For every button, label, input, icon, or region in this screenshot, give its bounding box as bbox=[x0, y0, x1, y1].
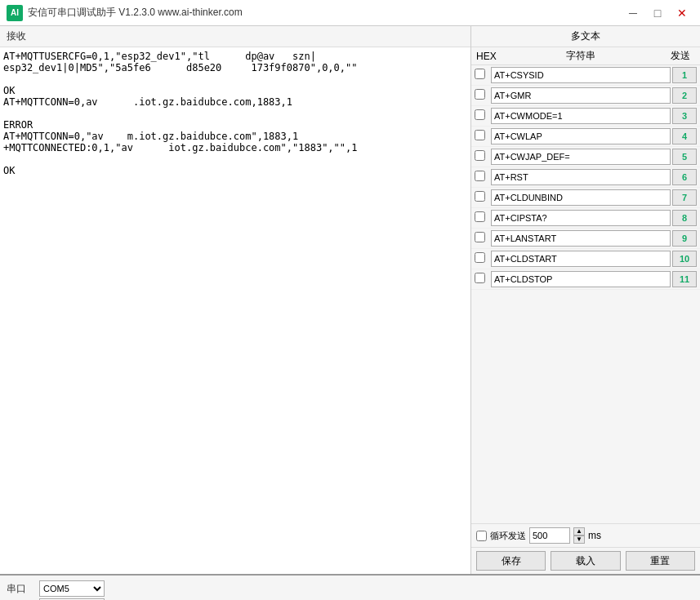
col-hex-header: HEX bbox=[476, 51, 496, 62]
title-bar: AI 安信可串口调试助手 V1.2.3.0 www.ai-thinker.com… bbox=[0, 0, 700, 26]
cmd-checkbox bbox=[475, 69, 491, 82]
cmd-checkbox bbox=[475, 130, 491, 143]
cmd-send-btn-10[interactable]: 10 bbox=[672, 251, 697, 267]
loop-row: 循环发送 ▲ ▼ ms bbox=[471, 523, 700, 547]
cmd-checkbox bbox=[475, 273, 491, 286]
receive-panel: 接收 AT+MQTTUSERCFG=0,1,"esp32_dev1","tl d… bbox=[0, 26, 471, 574]
command-row: 2 bbox=[471, 86, 700, 106]
cmd-send-btn-2[interactable]: 2 bbox=[672, 87, 697, 104]
cmd-checkbox bbox=[475, 252, 491, 265]
reset-button[interactable]: 重置 bbox=[626, 551, 695, 571]
command-row: 1 bbox=[471, 65, 700, 86]
command-row: 5 bbox=[471, 147, 700, 167]
cmd-input-9[interactable] bbox=[491, 230, 671, 247]
loop-label: 循环发送 bbox=[490, 530, 526, 542]
loop-value-input[interactable] bbox=[529, 527, 570, 544]
cmd-input-8[interactable] bbox=[491, 210, 671, 226]
cmd-send-btn-11[interactable]: 11 bbox=[672, 271, 697, 287]
cmd-input-11[interactable] bbox=[491, 271, 671, 287]
port-select[interactable]: COM5 bbox=[39, 580, 105, 597]
maximize-button[interactable]: □ bbox=[646, 4, 669, 22]
cmd-input-3[interactable] bbox=[491, 108, 671, 124]
cmd-send-btn-6[interactable]: 6 bbox=[672, 169, 697, 185]
cmd-checkbox bbox=[475, 89, 491, 102]
col-send-header: 发送 bbox=[666, 49, 695, 63]
load-button[interactable]: 载入 bbox=[551, 551, 620, 571]
cmd-send-btn-4[interactable]: 4 bbox=[672, 128, 697, 144]
cmd-check-6[interactable] bbox=[475, 171, 485, 181]
cmd-check-5[interactable] bbox=[475, 150, 485, 161]
command-row: 7 bbox=[471, 188, 700, 208]
cmd-input-2[interactable] bbox=[491, 87, 671, 104]
minimize-button[interactable]: ─ bbox=[622, 4, 644, 22]
receive-area[interactable]: AT+MQTTUSERCFG=0,1,"esp32_dev1","tl dp@a… bbox=[0, 47, 470, 574]
cmd-input-6[interactable] bbox=[491, 169, 671, 185]
command-row: 4 bbox=[471, 127, 700, 147]
main-content: 接收 AT+MQTTUSERCFG=0,1,"esp32_dev1","tl d… bbox=[0, 26, 700, 574]
multi-panel-header: 多文本 bbox=[471, 26, 700, 47]
ms-label: ms bbox=[588, 530, 601, 541]
cmd-send-btn-7[interactable]: 7 bbox=[672, 189, 697, 206]
cmd-check-10[interactable] bbox=[475, 252, 485, 263]
command-row: 8 bbox=[471, 208, 700, 229]
cmd-check-3[interactable] bbox=[475, 109, 485, 120]
loop-up-button[interactable]: ▲ bbox=[573, 527, 585, 536]
command-row: 11 bbox=[471, 269, 700, 290]
panel-buttons: 隐藏面板 显示历史 bbox=[437, 580, 502, 600]
receive-options: 接收时间 HEX显示 自动换行 下载模式 bbox=[255, 580, 359, 600]
cmd-input-4[interactable] bbox=[491, 128, 671, 144]
command-list: 1 2 3 4 5 6 7 bbox=[471, 65, 700, 523]
cmd-check-11[interactable] bbox=[475, 273, 485, 283]
cmd-send-btn-9[interactable]: 9 bbox=[672, 230, 697, 247]
right-panel-buttons: 保存 载入 重置 bbox=[471, 547, 700, 574]
cmd-checkbox bbox=[475, 109, 491, 122]
loop-down-button[interactable]: ▼ bbox=[573, 536, 585, 544]
command-row: 6 bbox=[471, 167, 700, 188]
cmd-send-btn-3[interactable]: 3 bbox=[672, 108, 697, 124]
multi-panel: 多文本 HEX 字符串 发送 1 2 3 4 bbox=[471, 26, 700, 574]
cmd-check-7[interactable] bbox=[475, 191, 485, 202]
cmd-send-btn-1[interactable]: 1 bbox=[672, 67, 697, 83]
cmd-checkbox bbox=[475, 171, 491, 184]
cmd-checkbox bbox=[475, 232, 491, 245]
app-title: 安信可串口调试助手 V1.2.3.0 www.ai-thinker.com bbox=[28, 6, 622, 20]
cmd-check-2[interactable] bbox=[475, 89, 485, 100]
cmd-input-7[interactable] bbox=[491, 189, 671, 206]
cmd-check-8[interactable] bbox=[475, 211, 485, 222]
receive-label: 接收 bbox=[0, 26, 470, 47]
mode-buttons: 运行模式 下载模式 bbox=[365, 580, 430, 600]
port-setting: 串口 COM5 bbox=[7, 580, 105, 597]
loop-checkbox[interactable] bbox=[476, 531, 487, 541]
close-button[interactable]: ✕ bbox=[671, 4, 693, 22]
window-controls: ─ □ ✕ bbox=[622, 4, 693, 22]
save-button[interactable]: 保存 bbox=[476, 551, 546, 571]
multi-panel-cols: HEX 字符串 发送 bbox=[471, 47, 700, 65]
cmd-check-1[interactable] bbox=[475, 69, 485, 79]
cmd-checkbox bbox=[475, 211, 491, 224]
cmd-input-5[interactable] bbox=[491, 149, 671, 165]
cmd-send-btn-8[interactable]: 8 bbox=[672, 210, 697, 226]
cmd-checkbox bbox=[475, 191, 491, 204]
command-row: 3 bbox=[471, 106, 700, 127]
cmd-checkbox bbox=[475, 150, 491, 163]
command-row: 9 bbox=[471, 229, 700, 249]
col-str-header: 字符串 bbox=[496, 49, 666, 63]
multi-panel-title: 多文本 bbox=[476, 29, 695, 43]
loop-spinner: ▲ ▼ bbox=[573, 527, 585, 544]
bottom-area: 串口 COM5 波特率 115200 数据位 8 校验位 No bbox=[0, 574, 700, 600]
cmd-input-1[interactable] bbox=[491, 67, 671, 83]
cmd-input-10[interactable] bbox=[491, 251, 671, 267]
cmd-check-9[interactable] bbox=[475, 232, 485, 242]
cmd-send-btn-5[interactable]: 5 bbox=[672, 149, 697, 165]
app-icon: AI bbox=[7, 5, 23, 21]
bottom-row1: 串口 COM5 波特率 115200 数据位 8 校验位 No bbox=[0, 576, 700, 600]
receive-buttons: 清空接收 保存接收 bbox=[183, 580, 248, 600]
cmd-check-4[interactable] bbox=[475, 130, 485, 140]
command-row: 10 bbox=[471, 249, 700, 269]
port-label: 串口 bbox=[7, 582, 36, 596]
serial-settings: 串口 COM5 波特率 115200 数据位 8 校验位 No bbox=[7, 580, 105, 600]
